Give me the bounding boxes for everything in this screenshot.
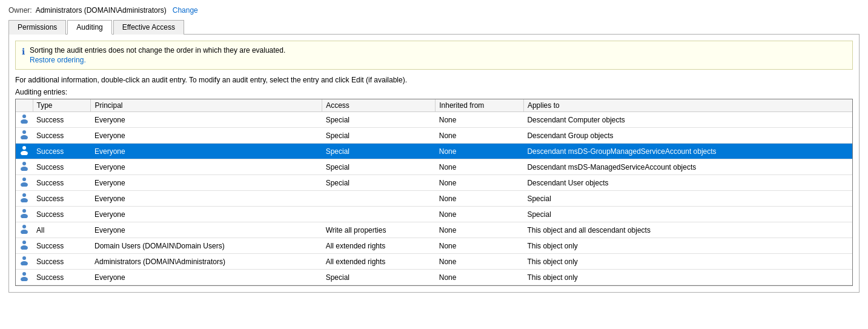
col-icon (16, 99, 33, 112)
row-inherited: None (436, 238, 524, 254)
svg-rect-18 (22, 256, 26, 260)
svg-point-1 (21, 119, 28, 124)
person-icon (19, 130, 29, 139)
row-type: Success (33, 191, 91, 207)
row-applies: Descendant msDS-ManagedServiceAccount ob… (523, 159, 852, 175)
row-access: Special (322, 128, 436, 144)
row-icon-cell (16, 222, 33, 238)
row-icon-cell (16, 112, 33, 128)
row-inherited: None (436, 191, 524, 207)
row-type: Success (33, 112, 91, 128)
content-area: ℹ Sorting the audit entries does not cha… (8, 35, 860, 293)
table-row[interactable]: SuccessEveryoneNoneSpecial (16, 191, 852, 207)
svg-point-7 (21, 167, 28, 171)
table-row[interactable]: SuccessEveryoneNoneSpecial (16, 207, 852, 222)
row-applies: This object and all descendant objects (523, 222, 852, 238)
svg-point-9 (21, 182, 28, 187)
svg-rect-0 (22, 115, 26, 118)
person-icon (19, 114, 29, 124)
person-icon (19, 208, 29, 218)
table-row[interactable]: SuccessEveryoneSpecialNoneDescendant msD… (16, 159, 852, 175)
svg-point-11 (21, 198, 28, 202)
row-access: Special (322, 270, 436, 285)
row-principal: Everyone (91, 270, 322, 285)
row-access: All extended rights (322, 254, 436, 270)
table-row[interactable]: SuccessEveryoneSpecialNoneDescendant Gro… (16, 128, 852, 144)
row-access: Special (322, 112, 436, 128)
col-access: Access (322, 99, 436, 112)
table-row[interactable]: AllEveryoneWrite all propertiesNoneThis … (16, 222, 852, 238)
row-type: Success (33, 175, 91, 191)
row-type: Success (33, 144, 91, 159)
row-type: Success (33, 207, 91, 222)
owner-value: Administrators (DOMAIN\Administrators) (36, 6, 167, 15)
row-inherited: None (436, 222, 524, 238)
section-label: Auditing entries: (15, 88, 853, 96)
row-type: All (33, 222, 91, 238)
restore-ordering-link[interactable]: Restore ordering. (30, 56, 86, 64)
table-row[interactable]: SuccessEveryoneSpecialNoneDescendant msD… (16, 144, 852, 159)
row-principal: Everyone (91, 159, 322, 175)
row-principal: Domain Users (DOMAIN\Domain Users) (91, 238, 322, 254)
svg-point-15 (21, 230, 28, 234)
col-inherited: Inherited from (436, 99, 524, 112)
info-box: ℹ Sorting the audit entries does not cha… (15, 41, 853, 70)
table-row[interactable]: SuccessDomain Users (DOMAIN\Domain Users… (16, 238, 852, 254)
row-type: Success (33, 238, 91, 254)
tab-permissions[interactable]: Permissions (8, 20, 66, 35)
svg-point-21 (21, 277, 28, 281)
row-access: All extended rights (322, 238, 436, 254)
svg-point-3 (21, 135, 28, 139)
tab-effective-access[interactable]: Effective Access (113, 20, 184, 35)
row-inherited: None (436, 128, 524, 144)
row-inherited: None (436, 112, 524, 128)
row-principal: Everyone (91, 175, 322, 191)
owner-label: Owner: (8, 6, 32, 15)
row-access (322, 191, 436, 207)
row-icon-cell (16, 254, 33, 270)
row-access: Special (322, 144, 436, 159)
row-principal: Everyone (91, 144, 322, 159)
person-icon (19, 256, 29, 265)
col-type: Type (33, 99, 91, 112)
owner-change-link[interactable]: Change (173, 6, 198, 15)
svg-rect-6 (22, 162, 26, 165)
row-applies: This object only (523, 238, 852, 254)
row-applies: Special (523, 191, 852, 207)
row-icon-cell (16, 159, 33, 175)
svg-rect-4 (22, 146, 26, 150)
row-type: Success (33, 254, 91, 270)
row-applies: Descendant Group objects (523, 128, 852, 144)
help-text: For additional information, double-click… (15, 76, 853, 84)
row-principal: Everyone (91, 112, 322, 128)
row-inherited: None (436, 175, 524, 191)
row-access (322, 207, 436, 222)
svg-rect-2 (22, 130, 26, 134)
table-row[interactable]: SuccessEveryoneSpecialNoneDescendant Use… (16, 175, 852, 191)
table-row[interactable]: SuccessEveryoneSpecialNoneDescendant Com… (16, 112, 852, 128)
row-type: Success (33, 270, 91, 285)
row-principal: Everyone (91, 191, 322, 207)
person-icon (19, 177, 29, 187)
row-icon-cell (16, 207, 33, 222)
table-body: SuccessEveryoneSpecialNoneDescendant Com… (16, 112, 852, 285)
svg-point-5 (21, 151, 28, 155)
row-applies: Descendant Computer objects (523, 112, 852, 128)
row-icon-cell (16, 144, 33, 159)
row-principal: Everyone (91, 207, 322, 222)
person-icon (19, 224, 29, 234)
row-applies: Descendant msDS-GroupManagedServiceAccou… (523, 144, 852, 159)
table-row[interactable]: SuccessEveryoneSpecialNoneThis object on… (16, 270, 852, 285)
table-row[interactable]: SuccessAdministrators (DOMAIN\Administra… (16, 254, 852, 270)
owner-row: Owner: Administrators (DOMAIN\Administra… (8, 6, 860, 15)
tab-auditing[interactable]: Auditing (67, 20, 111, 35)
svg-rect-10 (22, 193, 26, 197)
svg-rect-16 (22, 241, 26, 244)
person-icon (19, 161, 29, 171)
row-inherited: None (436, 207, 524, 222)
row-applies: This object only (523, 270, 852, 285)
svg-rect-12 (22, 209, 26, 213)
row-applies: Special (523, 207, 852, 222)
row-principal: Everyone (91, 128, 322, 144)
row-applies: This object only (523, 254, 852, 270)
